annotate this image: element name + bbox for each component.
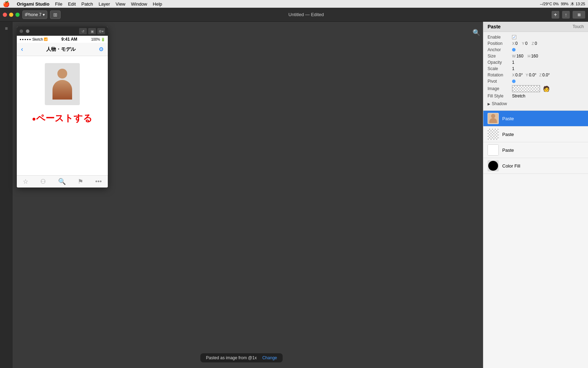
image-label: Image [488,86,512,91]
image-preview-area[interactable]: 🧑 [512,85,584,92]
menu-help[interactable]: Help [153,1,162,7]
position-y[interactable]: Y 0 [522,41,527,46]
position-x[interactable]: X 0 [512,41,518,46]
scale-value[interactable]: 1 [512,66,514,71]
x-label: X [512,41,514,46]
menu-edit[interactable]: Edit [68,1,76,7]
canvas-area[interactable]: ≡ 🔍 ↺ ▣ ⚙▾ ●●●●● Sketch 📶 9:41 AM [0,22,483,368]
refresh-icon[interactable]: ↺ [79,28,87,34]
person-head [57,69,67,79]
thumb-white-2 [488,144,499,156]
thumb-head [491,114,495,118]
device-selector[interactable]: iPhone 7 ▾ [22,11,47,19]
view-mode-button[interactable]: ▦ [573,11,585,19]
change-button[interactable]: Change [262,355,277,360]
layer-name-0: Paste [502,116,514,121]
layer-name-3: Color Fill [502,163,520,169]
position-z[interactable]: Z 0 [532,41,537,46]
phone-preview: ↺ ▣ ⚙▾ ●●●●● Sketch 📶 9:41 AM 100% 🔋 ‹ 人… [17,27,108,188]
fill-style-value[interactable]: Stretch [512,94,525,98]
apple-icon[interactable]: 🍎 [3,1,10,7]
menu-layer[interactable]: Layer [99,1,110,7]
layer-thumb-3 [488,160,499,171]
enable-checkbox[interactable]: ✓ [512,35,516,39]
opacity-label: Opacity [488,60,512,65]
tab-more[interactable]: ••• [95,178,102,185]
topbar-dot-1 [20,29,23,33]
shadow-triangle-icon: ▶ [488,102,490,106]
layer-thumb-2 [488,144,499,156]
tab-search[interactable]: 🔍 [58,178,66,185]
panel-title: Paste [488,24,500,29]
layer-item-1[interactable]: Paste [483,127,588,142]
anchor-dot[interactable] [512,48,516,52]
person-pick-icon: 🧑 [543,86,550,92]
temperature-display: --/29°C 0% [540,2,559,6]
layer-item-3[interactable]: Color Fill [483,158,588,174]
wifi-icon: 📶 [44,38,48,41]
close-button[interactable] [3,13,7,17]
z-label: Z [532,41,534,46]
screen-icon[interactable]: ▣ [88,28,96,34]
iphone-nav-settings[interactable]: ⚙ [99,46,104,53]
prop-pivot: Pivot [488,79,584,84]
settings-icon[interactable]: ⚙▾ [97,28,105,34]
right-panel: Paste Touch Enable ✓ Position X [483,22,588,368]
prop-size: Size W 160 H 160 [488,54,584,59]
menu-window[interactable]: Window [131,1,147,7]
topbar-dot-2 [26,29,29,33]
shadow-row[interactable]: ▶ Shadow [488,100,584,108]
check-icon: ✓ [513,35,516,40]
topbar-icons: ↺ ▣ ⚙▾ [79,28,105,34]
paste-dot [33,118,35,121]
minimize-button[interactable] [9,13,13,17]
rotation-values: X 0.0° Y 0.0° Z 0.0° [512,73,550,77]
tab-bookmark[interactable]: ⚑ [78,178,83,185]
rot-z[interactable]: Z 0.0° [539,73,550,77]
h-value: 160 [531,54,538,59]
right-panel-header: Paste Touch [483,22,588,32]
app-name: Origami Studio [17,1,49,7]
menu-file[interactable]: File [55,1,62,7]
tab-person[interactable]: ⚇ [40,178,46,185]
size-w[interactable]: W 160 [512,54,523,59]
pivot-dot[interactable] [512,80,516,83]
clock-display: 木 13:25 [570,1,585,7]
paste-label: ペーストする [36,112,92,124]
size-label: Size [488,54,512,59]
size-values: W 160 H 160 [512,54,538,59]
sidebar-menu-icon[interactable]: ≡ [2,25,10,32]
layer-thumb-1 [488,129,499,140]
layer-thumb-0 [488,113,499,124]
share-button[interactable]: ↑ [562,11,570,19]
signal-dots: ●●●●● [20,38,31,41]
menu-view[interactable]: View [115,1,125,7]
menu-patch[interactable]: Patch [82,1,93,7]
dropdown-arrow-icon: ▾ [43,12,45,17]
pivot-label: Pivot [488,79,512,84]
enable-value[interactable]: ✓ [512,35,516,39]
person-body [52,80,72,100]
layer-name-1: Paste [502,132,514,137]
thumb-body [489,118,497,123]
iphone-clock: 9:41 AM [48,37,91,42]
rot-y[interactable]: Y 0.0° [526,73,537,77]
maximize-button[interactable] [15,13,20,17]
add-button[interactable]: + [552,11,559,19]
tab-favorites[interactable]: ☆ [23,178,28,185]
orientation-button[interactable]: ⊞ [50,11,61,19]
battery-display: 99% [561,2,568,6]
bottom-notification: Pasted as image from @1x Change [201,353,283,362]
position-label: Position [488,41,512,46]
rot-x[interactable]: X 0.0° [512,73,523,77]
thumb-person-img [488,113,498,124]
iphone-tab-bar: ☆ ⚇ 🔍 ⚑ ••• [17,175,108,188]
prop-opacity: Opacity 1 [488,60,584,65]
rot-y-label: Y [526,73,528,77]
layer-item-2[interactable]: Paste [483,142,588,158]
prop-fill-style: Fill Style Stretch [488,94,584,98]
search-button[interactable]: 🔍 [472,29,480,36]
size-h[interactable]: H 160 [527,54,538,59]
layer-item-0[interactable]: Paste [483,111,588,127]
opacity-value[interactable]: 1 [512,60,514,65]
